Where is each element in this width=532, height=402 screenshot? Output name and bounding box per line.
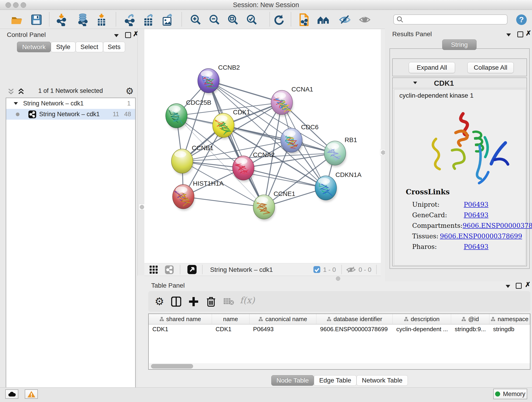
show-all-icon[interactable]	[358, 13, 371, 26]
crosslink-value-link[interactable]: P06493	[464, 211, 488, 219]
table-cell[interactable]: cyclin-dependent ...	[393, 325, 451, 334]
columns-icon[interactable]	[171, 297, 181, 307]
network-node-cdk1[interactable]	[213, 113, 235, 139]
network-node-ccnb2[interactable]	[198, 69, 220, 95]
network-node-rb1[interactable]	[324, 141, 346, 167]
trash-icon[interactable]	[206, 296, 216, 307]
table-cell[interactable]: CDK1	[149, 325, 212, 334]
hide-selected-icon[interactable]	[338, 13, 351, 26]
network-node-cdkn1a[interactable]	[315, 176, 337, 202]
eye-slash-icon	[346, 266, 356, 273]
column-header-description[interactable]: description	[393, 314, 451, 324]
expand-all-button[interactable]: Expand All	[409, 62, 455, 73]
zoom-out-icon[interactable]	[208, 13, 221, 26]
panel-undock-button[interactable]	[517, 32, 523, 38]
export-table-icon[interactable]	[142, 13, 155, 26]
save-icon[interactable]	[30, 13, 43, 26]
memory-button[interactable]: Memory	[493, 389, 527, 399]
horizontal-splitter-handle[interactable]	[336, 276, 340, 281]
splitter-handle[interactable]	[139, 204, 145, 210]
warnings-button[interactable]	[25, 389, 38, 399]
file-network-icon[interactable]	[298, 13, 310, 26]
open-folder-icon[interactable]	[11, 13, 23, 26]
tab-network[interactable]: Network	[17, 42, 51, 52]
import-table-icon[interactable]	[95, 13, 108, 26]
expand-all-icon[interactable]	[17, 88, 26, 95]
network-node-hist1h1a[interactable]	[172, 185, 195, 211]
crosslink-value-link[interactable]: P06493	[464, 243, 488, 250]
tab-string[interactable]: String	[442, 39, 476, 50]
toolbar-separator	[49, 12, 50, 26]
search-field[interactable]	[393, 14, 507, 25]
zoom-selected-icon[interactable]	[245, 13, 258, 26]
crosslink-value-link[interactable]: P06493	[464, 201, 488, 208]
zoom-fit-icon[interactable]	[227, 13, 239, 26]
birdseye-icon[interactable]	[187, 265, 196, 274]
network-node-cdc6[interactable]	[281, 128, 303, 154]
column-header-name[interactable]: name	[212, 314, 249, 324]
table-cell[interactable]: 9606.ENSP00000378699	[317, 325, 393, 334]
tab-select[interactable]: Select	[76, 42, 103, 52]
add-icon[interactable]	[189, 297, 199, 307]
houses-icon[interactable]	[317, 13, 329, 26]
section-collapse-icon[interactable]	[413, 82, 417, 84]
panel-float-button[interactable]	[114, 34, 119, 38]
network-collection-row[interactable]: String Network – cdk1 1	[6, 98, 135, 109]
column-header-canonicalname[interactable]: canonical name	[249, 314, 317, 324]
function-builder-icon[interactable]: f(x)	[240, 295, 255, 305]
help-icon[interactable]: ?	[515, 13, 528, 26]
network-canvas[interactable]: CCNB2CCNA1CDC25BCDK1CDC6RB1CCNB1CCNA2CDK…	[144, 29, 381, 263]
network-edge[interactable]	[209, 81, 264, 207]
share-icon[interactable]	[165, 265, 174, 274]
network-node-ccnb1[interactable]	[171, 149, 194, 175]
collection-expand-icon[interactable]	[14, 102, 18, 105]
column-header-namespace[interactable]: namespace	[489, 314, 530, 324]
network-node-cdc25b[interactable]	[166, 104, 188, 130]
delete-table-icon[interactable]	[223, 298, 234, 305]
panel-undock-button[interactable]	[125, 32, 131, 39]
horizontal-scrollbar[interactable]	[149, 363, 530, 369]
gear-icon[interactable]: ⚙	[126, 86, 134, 96]
panel-float-button[interactable]	[506, 285, 510, 289]
table-cell[interactable]: stringdb	[489, 325, 530, 334]
network-edge[interactable]	[183, 197, 264, 207]
collapse-all-button[interactable]: Collapse All	[467, 62, 514, 73]
search-input[interactable]	[404, 16, 503, 23]
network-node-ccna1[interactable]	[271, 90, 293, 116]
tab-edge-table[interactable]: Edge Table	[314, 375, 356, 386]
panel-close-button[interactable]: ✗	[525, 282, 531, 287]
window-icon	[517, 32, 523, 37]
selected-checkbox[interactable]	[313, 266, 320, 273]
tab-network-table[interactable]: Network Table	[356, 375, 408, 386]
tab-node-table[interactable]: Node Table	[271, 375, 314, 386]
column-header-databaseidentifier[interactable]: database identifier	[317, 314, 393, 324]
zoom-in-icon[interactable]	[189, 13, 202, 26]
tab-sets[interactable]: Sets	[103, 42, 125, 52]
import-database-icon[interactable]	[76, 13, 89, 26]
automation-button[interactable]	[5, 389, 18, 399]
crosslink-value-link[interactable]: 9606.ENSP00000378699	[462, 222, 532, 230]
gear-icon[interactable]: ⚙	[155, 295, 164, 307]
cdk1-section-header[interactable]: CDK1	[393, 78, 526, 88]
network-node-ccne1[interactable]	[253, 195, 275, 221]
export-network-icon[interactable]	[123, 13, 136, 26]
left-splitter[interactable]	[138, 29, 145, 275]
network-row[interactable]: String Network – cdk1 11 48	[6, 109, 135, 120]
panel-undock-button[interactable]	[516, 283, 522, 290]
panel-close-button[interactable]: ✗	[526, 31, 531, 36]
import-network-icon[interactable]	[55, 13, 68, 26]
export-image-icon[interactable]	[161, 13, 174, 26]
crosslink-value-link[interactable]: 9606.ENSP00000378699	[440, 232, 522, 240]
column-header-id[interactable]: @id	[451, 314, 490, 324]
tab-style[interactable]: Style	[51, 42, 76, 52]
panel-float-button[interactable]	[506, 33, 511, 37]
table-cell[interactable]: P06493	[249, 325, 317, 334]
table-cell[interactable]: stringdb:9...	[451, 325, 490, 334]
grid-icon[interactable]	[149, 265, 158, 274]
collapse-all-icon[interactable]	[7, 88, 16, 95]
table-cell[interactable]: CDK1	[212, 325, 249, 334]
scrollbar-thumb[interactable]	[151, 364, 193, 369]
right-splitter[interactable]	[381, 29, 385, 281]
refresh-icon[interactable]	[273, 13, 285, 26]
column-header-sharedname[interactable]: shared name	[149, 314, 212, 324]
